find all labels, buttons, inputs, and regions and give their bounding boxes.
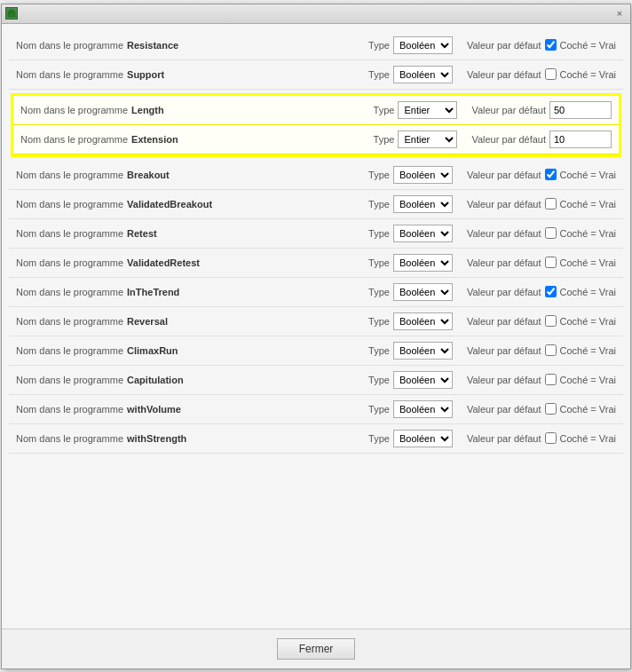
checkbox-container-climaxrun: Coché = Vrai [545,344,617,356]
coche-label-climaxrun: Coché = Vrai [560,345,617,356]
type-label-inthetrend: Type [368,287,390,297]
param-row-capitulation: Nom dans le programme CapitulationTypeBo… [9,366,623,395]
type-select-validatedretest[interactable]: BooléenEntier [393,254,453,272]
fermer-button[interactable]: Fermer [277,638,356,660]
type-label-withstrength: Type [368,433,390,444]
param-row-resistance: Nom dans le programme ResistanceTypeBool… [9,31,623,60]
default-label-support: Valeur par défaut [467,69,541,80]
param-name-value-inthetrend: InTheTrend [127,287,179,297]
type-label-capitulation: Type [368,375,390,385]
checkbox-climaxrun[interactable] [545,344,557,356]
type-label-resistance: Type [368,40,390,51]
type-section-withvolume: TypeBooléenEntier [368,400,453,418]
type-select-breakout[interactable]: BooléenEntier [393,166,453,184]
type-select-capitulation[interactable]: BooléenEntier [393,371,453,389]
default-label-length: Valeur par défaut [471,105,546,115]
default-section-withstrength: Valeur par défautCoché = Vrai [467,432,616,444]
checkbox-container-capitulation: Coché = Vrai [545,374,617,385]
type-section-support: TypeBooléenEntier [368,66,453,83]
default-section-validatedretest: Valeur par défautCoché = Vrai [467,257,616,268]
type-select-resistance[interactable]: BooléenEntier [393,36,453,54]
default-label-validatedretest: Valeur par défaut [467,257,541,268]
type-select-inthetrend[interactable]: BooléenEntier [393,283,453,301]
default-label-resistance: Valeur par défaut [467,40,541,51]
type-label-length: Type [374,105,395,115]
default-section-reversal: Valeur par défautCoché = Vrai [467,315,616,327]
type-select-withstrength[interactable]: BooléenEntier [393,430,453,447]
coche-label-withvolume: Coché = Vrai [560,404,617,415]
param-name-value-length: Length [131,105,164,115]
param-name-value-reversal: Reversal [127,316,168,327]
type-select-climaxrun[interactable]: BooléenEntier [393,342,453,360]
checkbox-container-support: Coché = Vrai [545,68,617,80]
param-name-label-length: Nom dans le programme [20,105,128,115]
param-row-retest: Nom dans le programme RetestTypeBooléenE… [9,219,623,249]
param-name-label-resistance: Nom dans le programme [16,40,123,51]
main-window: × Nom dans le programme ResistanceTypeBo… [1,4,631,669]
default-label-validatedbreakout: Valeur par défaut [467,199,541,210]
default-label-reversal: Valeur par défaut [467,316,541,327]
coche-label-reversal: Coché = Vrai [560,316,617,327]
number-input-extension[interactable] [549,130,612,148]
param-name-value-breakout: Breakout [127,170,170,180]
checkbox-breakout[interactable] [545,169,557,180]
footer: Fermer [2,629,630,668]
checkbox-withstrength[interactable] [545,432,557,444]
coche-label-capitulation: Coché = Vrai [560,375,617,385]
type-select-validatedbreakout[interactable]: BooléenEntier [393,195,453,213]
type-section-validatedbreakout: TypeBooléenEntier [368,195,453,213]
param-name-label-capitulation: Nom dans le programme [16,375,123,385]
param-name-value-climaxrun: ClimaxRun [127,345,178,356]
default-section-inthetrend: Valeur par défautCoché = Vrai [467,286,616,297]
checkbox-reversal[interactable] [545,315,557,327]
checkbox-withvolume[interactable] [545,403,557,415]
type-section-validatedretest: TypeBooléenEntier [368,254,453,272]
checkbox-resistance[interactable] [545,39,557,51]
param-name-label-climaxrun: Nom dans le programme [16,345,123,356]
param-name-value-support: Support [127,69,164,80]
param-name-value-validatedbreakout: ValidatedBreakout [127,199,212,210]
checkbox-container-retest: Coché = Vrai [545,227,617,239]
param-name-value-withstrength: withStrength [127,433,186,444]
type-select-retest[interactable]: BooléenEntier [393,225,453,242]
default-section-length: Valeur par défaut [471,101,612,119]
param-name-value-retest: Retest [127,228,157,239]
checkbox-container-validatedretest: Coché = Vrai [545,257,617,268]
coche-label-withstrength: Coché = Vrai [560,433,617,444]
type-select-extension[interactable]: BooléenEntier [398,130,457,148]
param-row-validatedbreakout: Nom dans le programme ValidatedBreakoutT… [9,190,623,219]
checkbox-retest[interactable] [545,227,557,239]
type-section-capitulation: TypeBooléenEntier [368,371,453,389]
coche-label-validatedbreakout: Coché = Vrai [560,199,617,210]
default-label-inthetrend: Valeur par défaut [467,287,541,297]
checkbox-validatedretest[interactable] [545,257,557,268]
coche-label-breakout: Coché = Vrai [560,170,617,180]
close-icon[interactable]: × [612,7,627,20]
checkbox-capitulation[interactable] [545,374,557,385]
checkbox-support[interactable] [545,68,557,80]
type-section-retest: TypeBooléenEntier [368,225,453,242]
param-name-value-extension: Extension [131,134,178,145]
type-section-reversal: TypeBooléenEntier [368,312,453,330]
type-select-reversal[interactable]: BooléenEntier [393,312,453,330]
checkbox-container-breakout: Coché = Vrai [545,169,617,180]
param-row-extension: Nom dans le programme ExtensionTypeBoolé… [13,125,619,154]
checkbox-inthetrend[interactable] [545,286,557,297]
default-section-breakout: Valeur par défautCoché = Vrai [467,169,616,180]
type-label-support: Type [368,69,390,80]
param-name-label-inthetrend: Nom dans le programme [16,287,123,297]
type-label-climaxrun: Type [368,345,390,356]
type-select-length[interactable]: BooléenEntier [398,101,457,119]
type-select-support[interactable]: BooléenEntier [393,66,453,83]
number-input-length[interactable] [549,101,612,119]
default-section-climaxrun: Valeur par défautCoché = Vrai [467,344,616,356]
param-row-length: Nom dans le programme LengthTypeBooléenE… [13,96,619,125]
type-label-retest: Type [368,228,390,239]
type-label-extension: Type [374,134,395,145]
default-label-retest: Valeur par défaut [467,228,541,239]
type-select-withvolume[interactable]: BooléenEntier [393,400,453,418]
default-section-support: Valeur par défautCoché = Vrai [467,68,616,80]
checkbox-validatedbreakout[interactable] [545,198,557,210]
type-section-resistance: TypeBooléenEntier [368,36,453,54]
type-label-breakout: Type [368,170,390,180]
